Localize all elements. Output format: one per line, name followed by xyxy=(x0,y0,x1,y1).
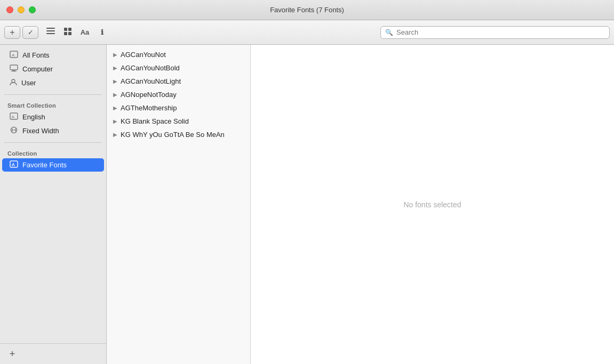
all-fonts-icon: A xyxy=(10,51,18,60)
no-fonts-selected-text: No fonts selected xyxy=(403,200,461,209)
font-arrow-2: ▶ xyxy=(113,78,117,84)
info-icon: ℹ xyxy=(101,28,103,36)
window-title: Favorite Fonts (7 Fonts) xyxy=(270,6,344,14)
check-icon: ✓ xyxy=(28,28,34,36)
font-list-panel: ▶ AGCanYouNot ▶ AGCanYouNotBold ▶ AGCanY… xyxy=(107,45,251,364)
minimize-button[interactable] xyxy=(18,6,25,13)
svg-rect-6 xyxy=(68,32,71,35)
fixed-width-icon xyxy=(10,126,18,135)
font-item-2[interactable]: ▶ AGCanYouNotLight xyxy=(107,75,250,88)
svg-point-12 xyxy=(12,79,15,83)
sidebar-item-fixed-width-label: Fixed Width xyxy=(22,127,59,135)
collection-icon: A xyxy=(10,160,18,169)
font-arrow-1: ▶ xyxy=(113,65,117,71)
sidebar-item-fixed-width[interactable]: Fixed Width xyxy=(2,124,104,137)
svg-rect-1 xyxy=(46,30,55,31)
search-icon: 🔍 xyxy=(385,29,393,36)
info-button[interactable]: ℹ xyxy=(95,26,109,39)
main-content: A All Fonts Computer xyxy=(0,45,614,364)
sidebar-item-english-label: English xyxy=(22,113,45,121)
svg-text:A: A xyxy=(12,53,15,58)
font-arrow-4: ▶ xyxy=(113,105,117,111)
sidebar-smart-collection-section: Smart Collection A English Fixed xyxy=(0,97,106,140)
svg-rect-4 xyxy=(68,28,71,31)
title-bar: Favorite Fonts (7 Fonts) xyxy=(0,0,614,20)
svg-rect-0 xyxy=(46,28,55,29)
font-name-2: AGCanYouNotLight xyxy=(121,77,181,85)
grid-view-button[interactable] xyxy=(61,26,75,39)
svg-rect-5 xyxy=(64,32,67,35)
window-controls xyxy=(6,6,36,13)
collection-label: Collection xyxy=(0,148,106,158)
close-button[interactable] xyxy=(6,6,13,13)
toolbar-icons: Aa ℹ xyxy=(44,26,109,39)
font-item-0[interactable]: ▶ AGCanYouNot xyxy=(107,48,250,61)
toolbar: + ✓ Aa xyxy=(0,20,614,45)
sidebar-item-all-fonts[interactable]: A All Fonts xyxy=(2,48,104,62)
font-name-3: AGNopeNotToday xyxy=(121,91,177,99)
sidebar-item-favorite-fonts-label: Favorite Fonts xyxy=(22,161,67,169)
add-font-button[interactable]: + xyxy=(4,26,20,39)
sidebar-bottom: + xyxy=(0,343,106,364)
sidebar-item-favorite-fonts[interactable]: A Favorite Fonts xyxy=(2,158,104,172)
font-size-icon: Aa xyxy=(81,28,90,36)
svg-text:A: A xyxy=(12,162,15,167)
sidebar-toggle-button[interactable] xyxy=(44,26,58,39)
svg-rect-3 xyxy=(64,28,67,31)
english-icon: A xyxy=(10,112,18,122)
sidebar-icon xyxy=(46,28,55,37)
font-size-button[interactable]: Aa xyxy=(78,26,92,39)
font-arrow-0: ▶ xyxy=(113,52,117,58)
sidebar-item-user[interactable]: User xyxy=(2,76,104,90)
preview-panel: No fonts selected xyxy=(251,45,614,364)
font-name-1: AGCanYouNotBold xyxy=(121,64,180,72)
smart-collection-label: Smart Collection xyxy=(0,100,106,110)
check-button[interactable]: ✓ xyxy=(22,26,38,39)
font-arrow-5: ▶ xyxy=(113,118,117,124)
sidebar-item-computer[interactable]: Computer xyxy=(2,62,104,76)
svg-rect-2 xyxy=(46,33,55,34)
sidebar-item-english[interactable]: A English xyxy=(2,110,104,124)
svg-rect-11 xyxy=(11,71,17,71)
svg-text:A: A xyxy=(12,115,15,119)
font-item-4[interactable]: ▶ AGTheMothership xyxy=(107,101,250,115)
toolbar-left: + ✓ xyxy=(4,26,38,39)
font-name-0: AGCanYouNot xyxy=(121,51,166,59)
user-icon xyxy=(10,78,17,87)
sidebar-divider-2 xyxy=(4,142,102,143)
font-item-3[interactable]: ▶ AGNopeNotToday xyxy=(107,88,250,101)
font-name-5: KG Blank Space Solid xyxy=(121,117,189,125)
font-arrow-3: ▶ xyxy=(113,92,117,98)
grid-icon xyxy=(64,28,72,37)
sidebar-item-user-label: User xyxy=(21,79,36,87)
computer-icon xyxy=(10,64,18,74)
sidebar: A All Fonts Computer xyxy=(0,45,107,364)
font-name-4: AGTheMothership xyxy=(121,104,177,112)
maximize-button[interactable] xyxy=(29,6,36,13)
sidebar-system-section: A All Fonts Computer xyxy=(0,45,106,92)
sidebar-item-all-fonts-label: All Fonts xyxy=(22,51,50,59)
add-collection-button[interactable]: + xyxy=(6,348,18,360)
font-item-5[interactable]: ▶ KG Blank Space Solid xyxy=(107,115,250,128)
sidebar-divider-1 xyxy=(4,94,102,95)
font-item-1[interactable]: ▶ AGCanYouNotBold xyxy=(107,61,250,75)
font-item-6[interactable]: ▶ KG WhY yOu GoTtA Be So MeAn xyxy=(107,128,250,141)
sidebar-collection-section: Collection A Favorite Fonts xyxy=(0,145,106,174)
search-input[interactable] xyxy=(396,28,605,36)
search-box[interactable]: 🔍 xyxy=(380,26,610,39)
svg-rect-9 xyxy=(10,65,18,70)
sidebar-item-computer-label: Computer xyxy=(22,65,53,73)
font-arrow-6: ▶ xyxy=(113,132,117,137)
font-name-6: KG WhY yOu GoTtA Be So MeAn xyxy=(121,131,225,139)
